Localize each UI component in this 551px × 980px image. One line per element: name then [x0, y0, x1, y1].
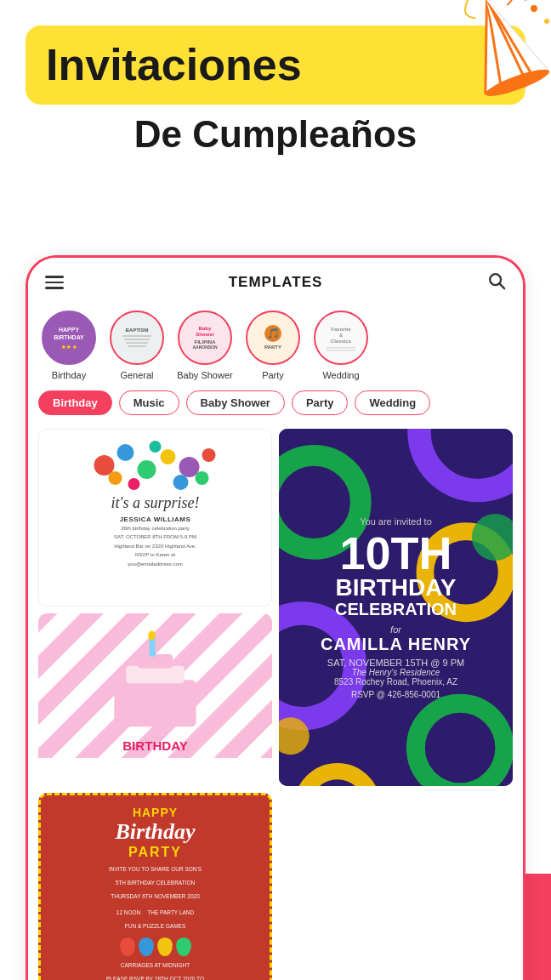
hamburger-menu[interactable]: [45, 276, 64, 289]
filter-tag-list: Birthday Music Baby Shower Party Wedding: [28, 384, 523, 422]
category-baby-shower[interactable]: Baby Shower FILIPINA AARONSON Baby Showe…: [174, 311, 236, 380]
birthday-red-sub: 5TH BIRTHDAY CELEBRATION: [116, 879, 195, 887]
svg-point-65: [148, 630, 155, 640]
surprise-detail1: 26th birthday celebration party: [121, 525, 190, 532]
svg-text:HAPPY: HAPPY: [59, 327, 79, 333]
filter-music[interactable]: Music: [119, 390, 179, 415]
svg-text:Favorite: Favorite: [331, 327, 351, 332]
svg-rect-23: [184, 316, 226, 359]
svg-rect-17: [116, 316, 158, 359]
category-list: HAPPY BIRTHDAY ★ ★ ★ Birthday BAPTISM G: [28, 304, 523, 384]
tenth-number: 10TH: [339, 530, 452, 576]
filter-baby-shower[interactable]: Baby Shower: [186, 390, 285, 415]
birthday-red-time: 12 NOON: [116, 909, 141, 917]
surprise-email: you@emailaddress.com: [128, 561, 182, 567]
category-label-birthday: Birthday: [52, 370, 86, 380]
template-card-surprise[interactable]: it's a surprise! JESSICA WILLIAMS 26th b…: [38, 429, 272, 607]
category-circle-party: 🎵 PARTY: [246, 311, 300, 365]
dots-decoration: [46, 440, 264, 491]
svg-point-39: [117, 444, 134, 461]
svg-point-40: [138, 460, 156, 479]
top-bar: TEMPLATES: [28, 258, 523, 304]
svg-point-45: [150, 441, 162, 453]
category-circle-birthday: HAPPY BIRTHDAY ★ ★ ★: [42, 311, 96, 365]
page-title: TEMPLATES: [229, 274, 323, 291]
tenth-name: CAMILLA HENRY: [321, 635, 471, 654]
svg-point-43: [202, 448, 216, 462]
template-card-birthday-red[interactable]: HAPPY Birthday PARTY INVITE YOU TO SHARE…: [38, 793, 272, 980]
category-birthday[interactable]: HAPPY BIRTHDAY ★ ★ ★ Birthday: [38, 311, 99, 380]
tenth-date: SAT, NOVEMBER 15TH @ 9 PM: [327, 658, 464, 668]
hero-title-line1: Invitaciones: [46, 41, 505, 89]
balloon-3: [157, 937, 173, 956]
filter-party[interactable]: Party: [292, 390, 349, 415]
birthday-red-happy: HAPPY: [133, 806, 178, 819]
birthday-red-rsvp: PLEASE RSVP BY 28TH OCT 2020 TO: [106, 975, 204, 981]
tenth-rsvp: RSVP @ 426-856-0001: [351, 690, 440, 699]
filter-birthday[interactable]: Birthday: [38, 390, 112, 415]
category-general[interactable]: BAPTISM General: [106, 311, 168, 380]
svg-text:&: &: [339, 333, 343, 338]
svg-text:BIRTHDAY: BIRTHDAY: [122, 738, 188, 753]
surprise-detail3: Highland Bar on 2320 Highland Ave.: [114, 543, 196, 550]
balloon-1: [120, 937, 135, 956]
surprise-rsvp: RSVP to Karen at: [135, 551, 175, 558]
tenth-for: for: [390, 624, 401, 635]
svg-point-44: [109, 471, 122, 485]
category-label-general: General: [120, 370, 153, 380]
surprise-detail2: SAT, OCTOBER 8TH FROM 5-9 PM: [114, 533, 196, 540]
svg-point-46: [173, 475, 189, 490]
tenth-birthday: BIRTHDAY: [335, 576, 456, 600]
search-button[interactable]: [487, 271, 506, 293]
svg-rect-36: [327, 347, 355, 349]
birthday-red-fun: FUN & PUZZLE GAMES: [125, 922, 186, 931]
svg-point-9: [544, 19, 549, 24]
category-party[interactable]: 🎵 PARTY Party: [242, 311, 304, 380]
birthday-red-place: THE PARTY LAND: [147, 909, 194, 917]
svg-text:Classics: Classics: [331, 339, 352, 344]
template-card-stripes[interactable]: BIRTHDAY KI...: [38, 613, 272, 786]
svg-text:🎵: 🎵: [267, 327, 280, 339]
balloon-2: [139, 937, 154, 956]
birthday-red-date: THURSDAY 6TH NOVEMBER 2020: [111, 892, 200, 901]
svg-rect-62: [126, 666, 185, 684]
phone-frame: TEMPLATES HAPPY BIRTHDAY ★ ★ ★ Birthday: [26, 255, 525, 980]
svg-text:AARONSON: AARONSON: [192, 345, 218, 350]
birthday-red-carriages: CARRIAGES AT MIDNIGHT: [121, 961, 190, 970]
birthday-red-party: PARTY: [128, 845, 182, 860]
svg-point-48: [196, 471, 209, 485]
category-label-party: Party: [262, 370, 284, 380]
tenth-address: 8523 Rochey Road, Phoenix, AZ: [334, 677, 457, 687]
tenth-invited: You are invited to: [360, 516, 432, 527]
svg-point-10: [524, 0, 528, 1]
svg-point-41: [161, 449, 176, 464]
template-card-tenth[interactable]: You are invited to 10TH BIRTHDAY CELEBRA…: [279, 429, 513, 786]
svg-text:★ ★ ★: ★ ★ ★: [61, 345, 77, 350]
category-wedding[interactable]: Favorite & Classics Wedding: [310, 311, 372, 380]
svg-rect-22: [128, 345, 146, 347]
svg-rect-32: [320, 316, 362, 359]
svg-line-12: [500, 284, 505, 289]
category-label-baby-shower: Baby Shower: [177, 370, 232, 380]
party-hat-decoration: [449, 0, 551, 102]
filter-wedding[interactable]: Wedding: [355, 390, 430, 415]
svg-text:PARTY: PARTY: [264, 345, 281, 350]
hero-title-line2: De Cumpleaños: [26, 113, 525, 156]
birthday-red-birthday: Birthday: [116, 819, 196, 845]
svg-text:Shower: Shower: [196, 332, 214, 337]
template-grid: it's a surprise! JESSICA WILLIAMS 26th b…: [28, 422, 523, 980]
category-circle-wedding: Favorite & Classics: [314, 311, 368, 365]
svg-point-42: [179, 457, 200, 477]
svg-text:BIRTHDAY: BIRTHDAY: [54, 334, 84, 340]
surprise-italic-text: it's a surprise!: [111, 494, 200, 512]
hero-section: Invitaciones De Cumpleaños: [0, 0, 551, 255]
svg-text:Baby: Baby: [199, 326, 212, 331]
category-circle-baby-shower: Baby Shower FILIPINA AARONSON: [178, 311, 232, 365]
svg-rect-21: [126, 342, 148, 344]
surprise-name: JESSICA WILLIAMS: [120, 516, 191, 523]
svg-rect-37: [327, 350, 355, 351]
svg-rect-61: [114, 680, 196, 726]
tenth-venue: The Henry's Residence: [352, 668, 440, 677]
svg-point-38: [94, 455, 115, 476]
stripes-card-svg: BIRTHDAY KI...: [38, 613, 272, 758]
